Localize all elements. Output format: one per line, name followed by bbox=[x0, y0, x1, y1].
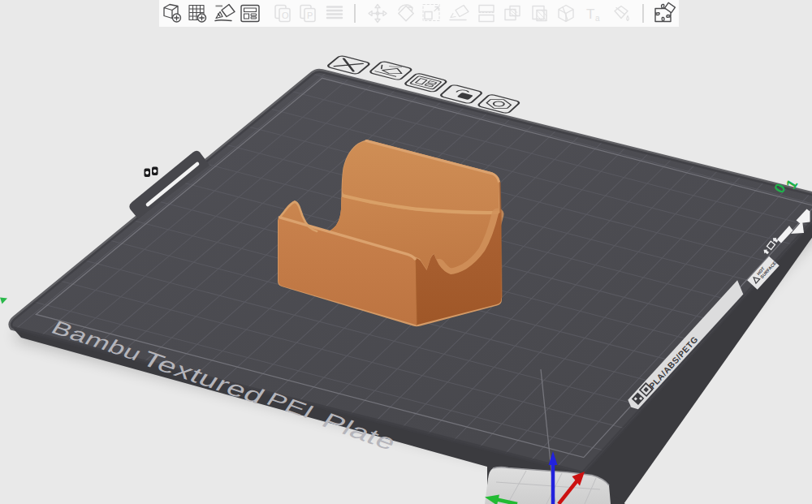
svg-text:a: a bbox=[595, 14, 600, 23]
svg-text:T: T bbox=[586, 6, 594, 22]
svg-text:P: P bbox=[307, 11, 313, 20]
svg-text:O: O bbox=[282, 11, 289, 20]
